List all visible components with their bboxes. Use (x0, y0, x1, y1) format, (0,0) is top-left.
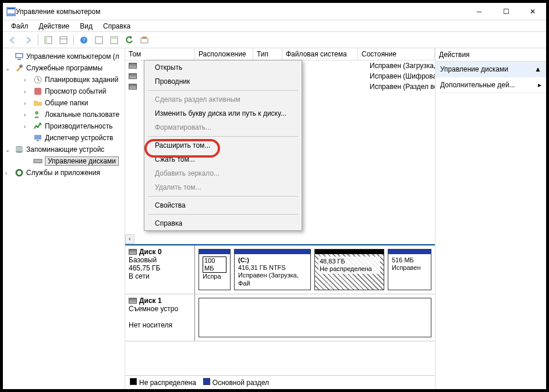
tree-scheduler[interactable]: Планировщик заданий (24, 74, 125, 85)
device-icon (33, 133, 42, 142)
menu-help[interactable]: Справка (98, 21, 135, 31)
perf-icon (33, 122, 42, 131)
svg-rect-2 (8, 8, 15, 9)
col-fs[interactable]: Файловая система (282, 48, 358, 60)
svg-rect-12 (141, 38, 148, 43)
volume-table-header: Том Расположение Тип Файловая система Со… (125, 48, 435, 60)
cm-delete: Удалить том... (144, 180, 302, 194)
svg-rect-19 (34, 88, 41, 95)
svg-text:?: ? (82, 37, 85, 43)
minimize-button[interactable]: ─ (466, 3, 493, 20)
maximize-button[interactable]: ☐ (493, 3, 519, 20)
legend-swatch-unalloc (130, 378, 137, 385)
context-menu: Открыть Проводник Сделать раздел активны… (144, 60, 302, 231)
disk-row-1: Диск 1 Съемное устро Нет носителя (125, 294, 435, 341)
tree-devmgr[interactable]: Диспетчер устройств (24, 132, 125, 144)
refresh-icon[interactable] (123, 34, 136, 47)
col-volume[interactable]: Том (125, 48, 195, 60)
svg-rect-13 (142, 37, 147, 38)
svg-rect-15 (16, 54, 22, 57)
toolbar: ? (3, 32, 546, 48)
toolbar-icon[interactable] (57, 34, 70, 47)
toolbar-icon[interactable] (108, 34, 121, 47)
cm-mirror: Добавить зеркало... (144, 166, 302, 180)
disk-graphic-area: Диск 0 Базовый 465,75 ГБ В сети 100 МБИс… (125, 244, 435, 375)
disk1-header[interactable]: Диск 1 Съемное устро Нет носителя (125, 294, 195, 341)
cm-change-letter[interactable]: Изменить букву диска или путь к диску... (144, 106, 302, 120)
tree-storage-group[interactable]: Запоминающие устройс (5, 144, 125, 155)
svg-rect-9 (95, 37, 102, 44)
folder-icon (33, 98, 42, 108)
toolbar-icon[interactable] (138, 34, 151, 47)
tree-root[interactable]: Управление компьютером (л (5, 51, 125, 62)
col-status[interactable]: Состояние (358, 48, 435, 60)
tree-perf[interactable]: Производительность (24, 120, 125, 132)
menu-bar: Файл Действие Вид Справка (3, 20, 546, 32)
volume-icon (129, 73, 137, 79)
svg-rect-26 (34, 159, 42, 163)
tree-tools-group[interactable]: Служебные программы (5, 62, 125, 74)
forward-button[interactable] (22, 34, 34, 47)
svg-rect-22 (37, 140, 39, 141)
computer-icon (15, 52, 24, 61)
disk1-nomedia[interactable] (199, 298, 431, 337)
volume-icon (129, 84, 137, 90)
tree-services[interactable]: Службы и приложения (5, 167, 125, 179)
disk-icon (129, 298, 137, 304)
app-icon (6, 7, 16, 16)
cm-help[interactable]: Справка (144, 216, 302, 230)
svg-rect-11 (111, 37, 118, 39)
toolbar-icon[interactable] (42, 34, 55, 47)
services-icon (15, 168, 24, 177)
help-icon[interactable]: ? (77, 34, 90, 47)
clock-icon (33, 75, 42, 84)
cm-explorer[interactable]: Проводник (144, 74, 302, 88)
actions-pane: Действия Управление дисками▲ Дополнитель… (435, 48, 546, 389)
toolbar-icon[interactable] (93, 34, 105, 47)
svg-rect-16 (17, 59, 21, 60)
tree-users[interactable]: Локальные пользовате (24, 109, 125, 120)
partition[interactable]: 516 МБИсправен (388, 249, 431, 290)
disk-icon (129, 249, 137, 255)
actions-header: Действия (435, 48, 546, 62)
partition-unallocated[interactable]: 48,83 ГБНе распределена (314, 249, 384, 290)
legend-swatch-primary (203, 378, 210, 385)
cm-make-active: Сделать раздел активным (144, 92, 302, 106)
users-icon (33, 110, 42, 119)
volume-icon (129, 63, 137, 69)
menu-view[interactable]: Вид (75, 21, 97, 31)
disk0-header[interactable]: Диск 0 Базовый 465,75 ГБ В сети (125, 245, 195, 294)
svg-point-17 (19, 65, 23, 68)
col-layout[interactable]: Расположение (195, 48, 253, 60)
svg-point-25 (16, 151, 23, 153)
tree-diskmgmt[interactable]: Управление дисками (24, 155, 125, 167)
storage-icon (15, 145, 24, 154)
hscroll[interactable]: ‹ (125, 234, 435, 244)
menu-action[interactable]: Действие (34, 21, 75, 31)
cm-extend[interactable]: Расширить том... (144, 138, 302, 152)
chevron-right-icon: ▸ (538, 81, 541, 89)
collapse-icon: ▲ (534, 65, 541, 73)
disk-row-0: Диск 0 Базовый 465,75 ГБ В сети 100 МБИс… (125, 245, 435, 294)
cm-properties[interactable]: Свойства (144, 198, 302, 212)
cm-shrink[interactable]: Сжать том... (144, 152, 302, 166)
tools-icon (15, 63, 24, 73)
partition[interactable]: 100 МБИспра (199, 249, 231, 290)
col-type[interactable]: Тип (253, 48, 282, 60)
svg-point-27 (16, 170, 22, 176)
cm-format: Форматировать... (144, 120, 302, 134)
cm-open[interactable]: Открыть (144, 60, 302, 74)
actions-item-more[interactable]: Дополнительные дей...▸ (435, 77, 546, 93)
disk-icon (33, 156, 42, 166)
menu-file[interactable]: Файл (6, 21, 33, 31)
svg-rect-4 (45, 37, 47, 44)
actions-item-diskmgmt[interactable]: Управление дисками▲ (435, 62, 546, 77)
titlebar: Управление компьютером ─ ☐ ✕ (3, 3, 546, 20)
partition-c[interactable]: (C:)416,31 ГБ NTFSИсправен (Загрузка, Фа… (234, 249, 311, 290)
tree-shared[interactable]: Общие папки (24, 97, 125, 109)
close-button[interactable]: ✕ (519, 3, 546, 20)
back-button[interactable] (6, 34, 19, 47)
tree-eventviewer[interactable]: Просмотр событий (24, 85, 125, 97)
svg-rect-5 (60, 37, 67, 44)
svg-point-20 (35, 111, 38, 115)
